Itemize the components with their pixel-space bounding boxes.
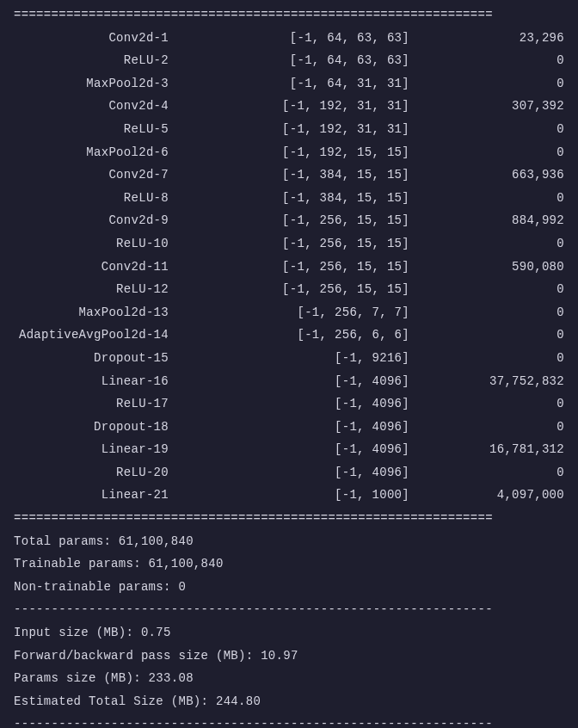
layer-row: Conv2d-11[-1, 256, 15, 15]590,080 xyxy=(14,256,564,279)
forward-backward-size: Forward/backward pass size (MB): 10.97 xyxy=(14,645,564,668)
layer-param-count: 884,992 xyxy=(409,209,564,232)
layer-name: AdaptiveAvgPool2d-14 xyxy=(14,324,169,347)
layer-name: Linear-21 xyxy=(14,484,169,507)
layer-output-shape: [-1, 4096] xyxy=(169,438,409,461)
layer-row: Dropout-18[-1, 4096]0 xyxy=(14,416,564,439)
layer-output-shape: [-1, 384, 15, 15] xyxy=(169,163,409,187)
layer-name: Conv2d-7 xyxy=(14,163,169,187)
layer-output-shape: [-1, 4096] xyxy=(169,370,409,393)
layer-output-shape: [-1, 64, 63, 63] xyxy=(169,27,409,50)
layer-param-count: 0 xyxy=(409,416,564,439)
layer-output-shape: [-1, 256, 15, 15] xyxy=(169,232,409,256)
layer-row: ReLU-8[-1, 384, 15, 15]0 xyxy=(14,187,564,210)
layer-name: ReLU-10 xyxy=(14,232,169,256)
layer-output-shape: [-1, 1000] xyxy=(169,484,409,507)
layer-name: Linear-16 xyxy=(14,370,169,393)
layer-param-count: 4,097,000 xyxy=(409,484,564,507)
layer-row: Linear-19[-1, 4096]16,781,312 xyxy=(14,438,564,461)
layer-row: ReLU-5[-1, 192, 31, 31]0 xyxy=(14,118,564,141)
layer-param-count: 16,781,312 xyxy=(409,438,564,461)
separator-top: ========================================… xyxy=(14,3,564,27)
layer-name: Conv2d-9 xyxy=(14,209,169,232)
layer-output-shape: [-1, 256, 15, 15] xyxy=(169,278,409,301)
layer-row: Conv2d-1[-1, 64, 63, 63]23,296 xyxy=(14,27,564,50)
layer-output-shape: [-1, 4096] xyxy=(169,416,409,439)
layer-row: MaxPool2d-6[-1, 192, 15, 15]0 xyxy=(14,141,564,164)
layer-name: Conv2d-11 xyxy=(14,256,169,279)
layer-param-count: 23,296 xyxy=(409,27,564,50)
layer-param-count: 663,936 xyxy=(409,163,564,187)
separator-bottom: ----------------------------------------… xyxy=(14,713,564,728)
layer-row: ReLU-2[-1, 64, 63, 63]0 xyxy=(14,49,564,72)
layer-name: Linear-19 xyxy=(14,438,169,461)
layer-name: ReLU-5 xyxy=(14,118,169,141)
layer-output-shape: [-1, 4096] xyxy=(169,461,409,484)
layer-row: ReLU-17[-1, 4096]0 xyxy=(14,392,564,416)
layer-row: ReLU-10[-1, 256, 15, 15]0 xyxy=(14,232,564,256)
layer-output-shape: [-1, 192, 31, 31] xyxy=(169,118,409,141)
non-trainable-params: Non-trainable params: 0 xyxy=(14,576,564,599)
layer-name: Conv2d-4 xyxy=(14,95,169,118)
trainable-params: Trainable params: 61,100,840 xyxy=(14,552,564,576)
layer-param-count: 307,392 xyxy=(409,95,564,118)
layer-param-count: 0 xyxy=(409,118,564,141)
layer-name: MaxPool2d-3 xyxy=(14,72,169,96)
params-size: Params size (MB): 233.08 xyxy=(14,667,564,690)
layer-name: ReLU-2 xyxy=(14,49,169,72)
layer-row: ReLU-20[-1, 4096]0 xyxy=(14,461,564,484)
layer-row: Linear-21[-1, 1000]4,097,000 xyxy=(14,484,564,507)
layer-row: Linear-16[-1, 4096]37,752,832 xyxy=(14,370,564,393)
layer-param-count: 0 xyxy=(409,187,564,210)
layer-param-count: 0 xyxy=(409,72,564,96)
input-size: Input size (MB): 0.75 xyxy=(14,621,564,645)
layer-output-shape: [-1, 256, 15, 15] xyxy=(169,209,409,232)
layer-output-shape: [-1, 256, 15, 15] xyxy=(169,256,409,279)
layer-row: ReLU-12[-1, 256, 15, 15]0 xyxy=(14,278,564,301)
layer-row: Conv2d-9[-1, 256, 15, 15]884,992 xyxy=(14,209,564,232)
layer-output-shape: [-1, 256, 6, 6] xyxy=(169,324,409,347)
total-params: Total params: 61,100,840 xyxy=(14,530,564,553)
layer-param-count: 0 xyxy=(409,232,564,256)
layer-output-shape: [-1, 64, 31, 31] xyxy=(169,72,409,96)
layer-param-count: 0 xyxy=(409,392,564,416)
layer-output-shape: [-1, 256, 7, 7] xyxy=(169,301,409,324)
layer-param-count: 0 xyxy=(409,324,564,347)
layer-name: Dropout-15 xyxy=(14,347,169,370)
layer-param-count: 0 xyxy=(409,301,564,324)
layer-param-count: 37,752,832 xyxy=(409,370,564,393)
layer-row: MaxPool2d-3[-1, 64, 31, 31]0 xyxy=(14,72,564,96)
model-summary-output: ========================================… xyxy=(14,3,564,728)
layer-output-shape: [-1, 384, 15, 15] xyxy=(169,187,409,210)
layer-name: ReLU-8 xyxy=(14,187,169,210)
layer-output-shape: [-1, 192, 31, 31] xyxy=(169,95,409,118)
layer-row: MaxPool2d-13[-1, 256, 7, 7]0 xyxy=(14,301,564,324)
layer-output-shape: [-1, 9216] xyxy=(169,347,409,370)
layer-name: Conv2d-1 xyxy=(14,27,169,50)
layer-output-shape: [-1, 64, 63, 63] xyxy=(169,49,409,72)
layer-param-count: 0 xyxy=(409,141,564,164)
layer-table: Conv2d-1[-1, 64, 63, 63]23,296ReLU-2[-1,… xyxy=(14,27,564,507)
layer-param-count: 590,080 xyxy=(409,256,564,279)
layer-param-count: 0 xyxy=(409,49,564,72)
layer-name: Dropout-18 xyxy=(14,416,169,439)
layer-name: ReLU-17 xyxy=(14,392,169,416)
layer-row: Conv2d-7[-1, 384, 15, 15]663,936 xyxy=(14,163,564,187)
estimated-total-size: Estimated Total Size (MB): 244.80 xyxy=(14,690,564,713)
layer-name: ReLU-12 xyxy=(14,278,169,301)
layer-row: AdaptiveAvgPool2d-14[-1, 256, 6, 6]0 xyxy=(14,324,564,347)
separator-layers-end: ========================================… xyxy=(14,507,564,530)
separator-params-end: ----------------------------------------… xyxy=(14,598,564,621)
layer-name: ReLU-20 xyxy=(14,461,169,484)
layer-param-count: 0 xyxy=(409,278,564,301)
layer-output-shape: [-1, 4096] xyxy=(169,392,409,416)
layer-param-count: 0 xyxy=(409,347,564,370)
layer-output-shape: [-1, 192, 15, 15] xyxy=(169,141,409,164)
layer-param-count: 0 xyxy=(409,461,564,484)
layer-row: Conv2d-4[-1, 192, 31, 31]307,392 xyxy=(14,95,564,118)
layer-name: MaxPool2d-13 xyxy=(14,301,169,324)
layer-row: Dropout-15[-1, 9216]0 xyxy=(14,347,564,370)
layer-name: MaxPool2d-6 xyxy=(14,141,169,164)
